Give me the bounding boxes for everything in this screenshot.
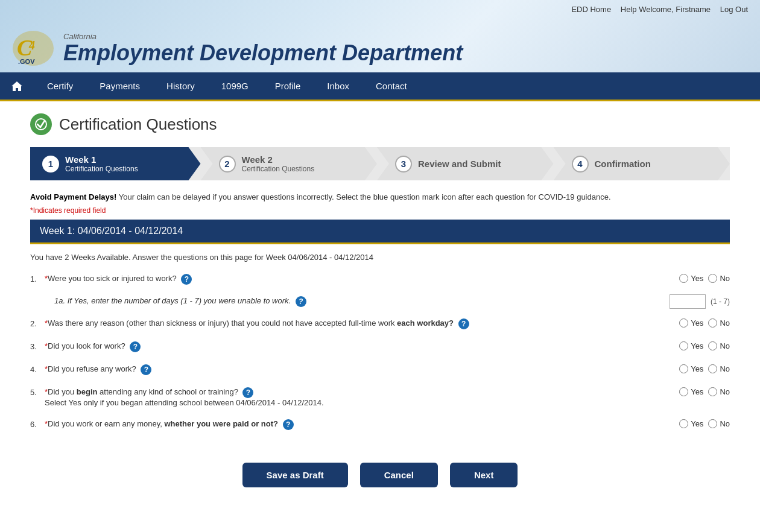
q3-number: 3.: [30, 341, 45, 351]
q2-yes-radio[interactable]: [679, 318, 688, 328]
step-4-text: Confirmation: [595, 159, 651, 169]
logo-area: C 4 .GOV California Employment Developme…: [12, 30, 463, 72]
page-title: Certification Questions: [59, 115, 217, 134]
q1-help-icon[interactable]: ?: [181, 274, 192, 285]
nav-history[interactable]: History: [153, 72, 208, 100]
q2-yes-label[interactable]: Yes: [679, 318, 703, 328]
dept-name-label: Employment Development Department: [63, 41, 463, 65]
step-4-number: 4: [572, 156, 589, 173]
q3-yes-label[interactable]: Yes: [679, 341, 703, 350]
q3-yes-radio[interactable]: [679, 341, 688, 350]
q1a-text: 1a. If Yes, enter the number of days (1 …: [54, 296, 657, 307]
cancel-button[interactable]: Cancel: [360, 463, 438, 487]
nav-contact[interactable]: Contact: [363, 72, 420, 100]
q5-number: 5.: [30, 387, 45, 397]
q4-number: 4.: [30, 364, 45, 374]
q5-text: *Did you begin attending any kind of sch…: [45, 387, 657, 407]
q1-number: 1.: [30, 274, 45, 283]
help-link[interactable]: Help: [621, 5, 637, 14]
nav-inbox[interactable]: Inbox: [314, 72, 363, 100]
q1-text: *Were you too sick or injured to work? ?: [45, 274, 657, 285]
q2-answers: Yes No: [657, 318, 730, 328]
q3-help-icon[interactable]: ?: [130, 341, 141, 352]
q3-text: *Did you look for work? ?: [45, 341, 657, 352]
step-3-text: Review and Submit: [418, 159, 501, 169]
nav-bar: Certify Payments History 1099G Profile I…: [0, 72, 760, 101]
button-row: Save as Draft Cancel Next: [30, 451, 730, 499]
question-1: 1. *Were you too sick or injured to work…: [30, 271, 730, 287]
dept-text: California Employment Development Depart…: [63, 32, 463, 65]
next-button[interactable]: Next: [450, 463, 518, 487]
step-2-subtitle: Certification Questions: [242, 165, 315, 173]
save-draft-button[interactable]: Save as Draft: [242, 463, 348, 487]
q1a-days-input[interactable]: [670, 294, 706, 309]
questions-list: 1. *Were you too sick or injured to work…: [30, 271, 730, 432]
q1-no-radio[interactable]: [708, 274, 717, 283]
q2-no-label[interactable]: No: [708, 318, 730, 328]
nav-certify[interactable]: Certify: [34, 72, 86, 100]
q2-help-icon[interactable]: ?: [458, 318, 469, 329]
question-3: 3. *Did you look for work? ? Yes No: [30, 339, 730, 355]
top-links: EDD Home Help Welcome, Firstname Log Out: [564, 5, 748, 14]
welcome-text: Welcome, Firstname: [639, 5, 711, 14]
nav-1099g[interactable]: 1099G: [208, 72, 262, 100]
q3-no-radio[interactable]: [708, 341, 717, 350]
q4-yes-label[interactable]: Yes: [679, 364, 703, 373]
q1-yes-radio[interactable]: [679, 274, 688, 283]
q4-yes-radio[interactable]: [679, 364, 688, 373]
warning-detail: Your claim can be delayed if you answer …: [119, 192, 611, 201]
question-2: 2. *Was there any reason (other than sic…: [30, 316, 730, 332]
step-2[interactable]: 2 Week 2 Certification Questions: [201, 147, 378, 180]
logout-link[interactable]: Log Out: [720, 5, 748, 14]
q4-no-radio[interactable]: [708, 364, 717, 373]
q6-help-icon[interactable]: ?: [283, 419, 294, 430]
question-5: 5. *Did you begin attending any kind of …: [30, 385, 730, 410]
nav-payments[interactable]: Payments: [86, 72, 153, 100]
main-content: Certification Questions 1 Week 1 Certifi…: [12, 101, 748, 511]
q6-number: 6.: [30, 419, 45, 429]
q3-no-label[interactable]: No: [708, 341, 730, 350]
q2-no-radio[interactable]: [708, 318, 717, 328]
q6-yes-label[interactable]: Yes: [679, 419, 703, 428]
q2-number: 2.: [30, 318, 45, 328]
question-6: 6. *Did you work or earn any money, whet…: [30, 417, 730, 432]
q1a-answer: (1 - 7): [657, 294, 730, 309]
q4-text: *Did you refuse any work? ?: [45, 364, 657, 375]
q1a-help-icon[interactable]: ?: [296, 296, 306, 307]
step-1-number: 1: [42, 156, 59, 173]
q1-no-label[interactable]: No: [708, 274, 730, 283]
q6-answers: Yes No: [657, 419, 730, 428]
nav-home-button[interactable]: [0, 74, 34, 99]
required-note-text: Indicates required field: [33, 206, 106, 215]
q3-answers: Yes No: [657, 341, 730, 350]
q4-no-label[interactable]: No: [708, 364, 730, 373]
q5-no-radio[interactable]: [708, 387, 717, 396]
nav-profile[interactable]: Profile: [262, 72, 314, 100]
ca-logo: C 4 .GOV: [12, 30, 54, 66]
edd-home-link[interactable]: EDD Home: [571, 5, 611, 14]
q4-help-icon[interactable]: ?: [141, 364, 151, 375]
step-4[interactable]: 4 Confirmation: [554, 147, 730, 180]
q6-text: *Did you work or earn any money, whether…: [45, 419, 657, 430]
q5-no-label[interactable]: No: [708, 387, 730, 396]
q5-help-icon[interactable]: ?: [242, 387, 253, 398]
warning-text: Avoid Payment Delays! Your claim can be …: [30, 192, 730, 201]
step-3[interactable]: 3 Review and Submit: [377, 147, 554, 180]
q6-no-label[interactable]: No: [708, 419, 730, 428]
q1-answers: Yes No: [657, 274, 730, 283]
step-1-title: Week 1: [65, 154, 138, 165]
step-3-title: Review and Submit: [418, 159, 501, 169]
top-bar: EDD Home Help Welcome, Firstname Log Out…: [0, 0, 760, 72]
step-1-subtitle: Certification Questions: [65, 165, 138, 173]
step-1[interactable]: 1 Week 1 Certification Questions: [30, 147, 201, 180]
q1-yes-label[interactable]: Yes: [679, 274, 703, 283]
q5-yes-radio[interactable]: [679, 387, 688, 396]
q5-answers: Yes No: [657, 387, 730, 396]
q6-yes-radio[interactable]: [679, 419, 688, 428]
q6-no-radio[interactable]: [708, 419, 717, 428]
california-label: California: [63, 32, 463, 41]
steps-container: 1 Week 1 Certification Questions 2 Week …: [30, 147, 730, 180]
step-3-number: 3: [395, 156, 412, 173]
question-4: 4. *Did you refuse any work? ? Yes No: [30, 362, 730, 378]
q5-yes-label[interactable]: Yes: [679, 387, 703, 396]
